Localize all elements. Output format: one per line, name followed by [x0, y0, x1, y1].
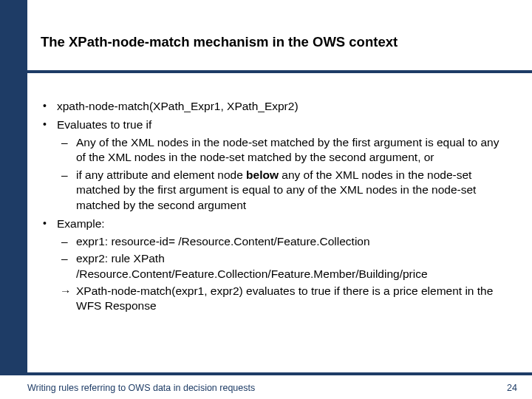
bullet-3-sub-1: expr1: resource-id= /Resource.Content/Fe… — [57, 234, 502, 249]
bullet-3-text: Example: — [57, 217, 105, 230]
page-number: 24 — [507, 383, 517, 393]
bullet-3-sub-3-text: XPath-node-match(expr1, expr2) evaluates… — [76, 284, 493, 312]
slide-footer: Writing rules referring to OWS data in d… — [27, 383, 517, 393]
bullet-3-sub-1-text: expr1: resource-id= /Resource.Content/Fe… — [76, 235, 370, 248]
footer-text: Writing rules referring to OWS data in d… — [27, 383, 255, 393]
title-underline — [0, 70, 532, 73]
slide: The XPath-node-match mechanism in the OW… — [0, 0, 532, 399]
bullet-3-sub-2: expr2: rule XPath /Resource.Content/Feat… — [57, 251, 502, 282]
bullet-2-sub-2-bold: below — [246, 168, 279, 181]
left-accent-top — [0, 0, 27, 73]
footer-divider — [0, 372, 532, 375]
bullet-3-sub-3: XPath-node-match(expr1, expr2) evaluates… — [57, 284, 502, 314]
bullet-1: xpath-node-match(XPath_Expr1, XPath_Expr… — [41, 99, 502, 114]
bullet-1-text: xpath-node-match(XPath_Expr1, XPath_Expr… — [57, 100, 299, 112]
bullet-2: Evaluates to true if Any of the XML node… — [41, 117, 502, 213]
slide-title: The XPath-node-match mechanism in the OW… — [41, 34, 506, 50]
bullet-2-sub-2: if any attribute and element node below … — [57, 168, 502, 213]
slide-body: xpath-node-match(XPath_Expr1, XPath_Expr… — [41, 99, 502, 318]
bullet-3: Example: expr1: resource-id= /Resource.C… — [41, 216, 502, 314]
left-accent-bottom — [0, 73, 27, 373]
bullet-2-text: Evaluates to true if — [57, 118, 151, 131]
bullet-3-sub-2-text: expr2: rule XPath /Resource.Content/Feat… — [76, 252, 428, 279]
bullet-2-sub-1-text: Any of the XML nodes in the node-set mat… — [76, 136, 499, 163]
bullet-2-sub-1: Any of the XML nodes in the node-set mat… — [57, 135, 502, 166]
bullet-2-sub-2-pre: if any attribute and element node — [76, 168, 246, 181]
